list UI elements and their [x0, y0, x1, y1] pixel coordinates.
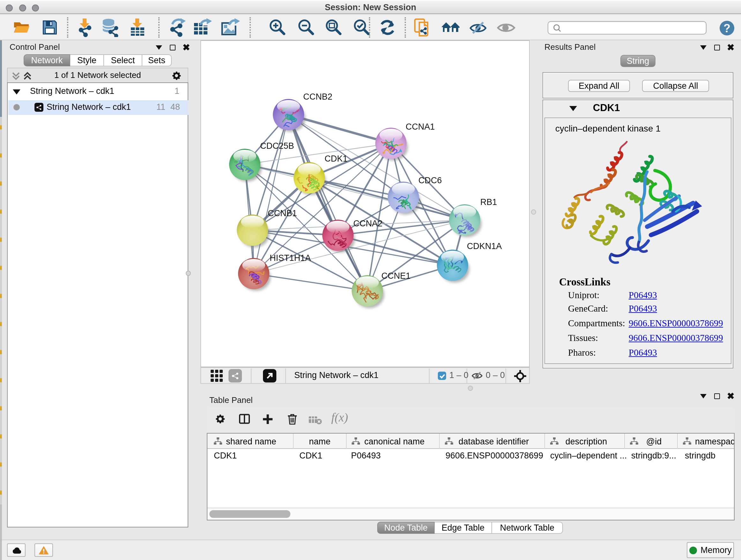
svg-text:CCNA1: CCNA1	[406, 122, 435, 132]
svg-text:CCNB2: CCNB2	[303, 92, 333, 102]
svg-text:HIST1H1A: HIST1H1A	[270, 253, 311, 263]
svg-text:CDKN1A: CDKN1A	[467, 241, 502, 251]
svg-text:CDC6: CDC6	[418, 176, 442, 185]
svg-text:CDC25B: CDC25B	[260, 141, 294, 151]
svg-text:CDK1: CDK1	[325, 154, 347, 164]
svg-text:CCNA2: CCNA2	[353, 219, 383, 228]
svg-text:?: ?	[724, 22, 731, 35]
svg-text:RB1: RB1	[480, 197, 497, 207]
svg-text:CCNB1: CCNB1	[268, 208, 297, 218]
svg-text:CCNE1: CCNE1	[381, 271, 411, 281]
